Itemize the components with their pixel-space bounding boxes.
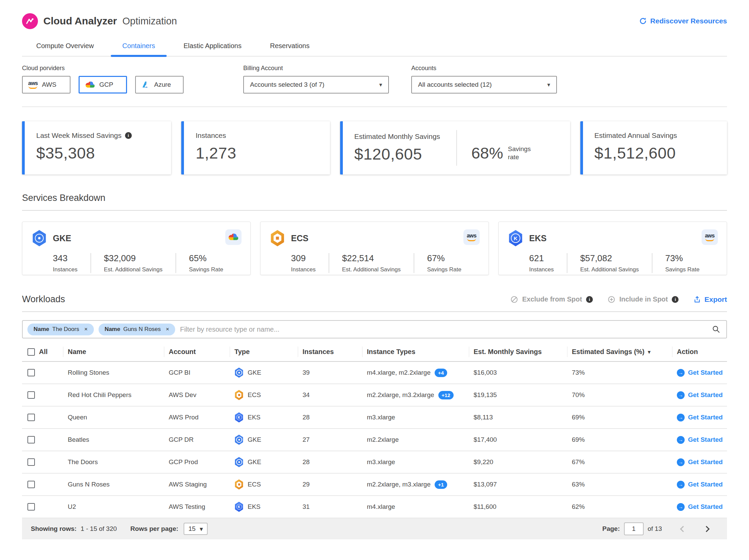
- row-name: Rolling Stones: [68, 369, 169, 376]
- tab-containers[interactable]: Containers: [108, 37, 169, 56]
- get-started-button[interactable]: → Get Started: [677, 436, 723, 444]
- table-row: Rolling Stones GCP BI GKE 39 m4.xlarge, …: [22, 362, 727, 384]
- row-checkbox[interactable]: [27, 436, 35, 443]
- row-type: GKE: [248, 436, 261, 443]
- service-card-ecs: ECS aws 309 Instances $22,514 Est. Addit…: [260, 222, 489, 275]
- row-name: Queen: [68, 414, 169, 421]
- row-instance-types: m2.2xlarge: [367, 436, 399, 443]
- tab-reservations[interactable]: Reservations: [256, 37, 324, 56]
- rediscover-resources-button[interactable]: Rediscover Resources: [639, 17, 727, 25]
- get-started-button[interactable]: → Get Started: [677, 391, 723, 399]
- slash-circle-icon: [511, 296, 518, 303]
- info-icon[interactable]: [672, 296, 679, 303]
- service-savings-label: Est. Additional Savings: [104, 266, 163, 273]
- col-estimated-savings-sort[interactable]: Estimated Savings (%) ▾: [572, 344, 677, 361]
- tab-elastic-applications[interactable]: Elastic Applications: [169, 37, 256, 56]
- row-account: GCP Prod: [169, 458, 234, 466]
- row-instance-types: m4.xlarge: [367, 503, 395, 511]
- next-page-button[interactable]: [703, 526, 709, 532]
- row-checkbox[interactable]: [27, 503, 35, 511]
- row-account: GCP BI: [169, 369, 234, 376]
- row-instances: 39: [303, 369, 367, 376]
- instances-value: 1,273: [195, 144, 318, 162]
- row-account: AWS Staging: [169, 481, 234, 488]
- export-label: Export: [704, 295, 727, 304]
- filter-chip-guns-n-roses[interactable]: Name Guns N Roses ×: [99, 324, 175, 335]
- tab-compute-overview[interactable]: Compute Overview: [22, 37, 108, 56]
- include-in-spot-button[interactable]: Include in Spot: [608, 295, 679, 303]
- savings-rate-value: 68%: [471, 144, 503, 162]
- info-icon[interactable]: [586, 296, 593, 303]
- get-started-button[interactable]: → Get Started: [677, 414, 723, 421]
- accounts-dropdown[interactable]: All accounts selected (12) ▾: [411, 76, 557, 94]
- page-title: Optimization: [122, 16, 177, 27]
- row-account: AWS Testing: [169, 503, 234, 511]
- previous-page-button[interactable]: [680, 526, 686, 532]
- ecs-icon: [234, 479, 244, 490]
- chevron-down-icon: ▾: [547, 81, 550, 88]
- missed-savings-value: $35,308: [36, 144, 160, 162]
- get-started-button[interactable]: → Get Started: [677, 481, 723, 489]
- accounts-label: Accounts: [411, 65, 557, 72]
- gcp-provider-badge: [225, 229, 242, 245]
- more-types-badge[interactable]: +12: [438, 391, 454, 399]
- chip-value: The Doors: [52, 326, 79, 333]
- exclude-from-spot-button[interactable]: Exclude from Spot: [511, 295, 593, 303]
- table-row: Red Hot Chili Peppers AWS Dev ECS 34 m2.…: [22, 384, 727, 407]
- tab-bar: Compute Overview Containers Elastic Appl…: [22, 37, 727, 57]
- provider-button-aws[interactable]: aws AWS: [22, 76, 70, 94]
- arrow-right-icon: →: [677, 369, 685, 377]
- table-row: Guns N Roses AWS Staging ECS 29 m2.2xlar…: [22, 474, 727, 496]
- search-icon[interactable]: [712, 325, 720, 333]
- more-types-badge[interactable]: +4: [435, 369, 447, 377]
- row-checkbox[interactable]: [27, 481, 35, 488]
- service-savings-value: $57,082: [580, 253, 639, 264]
- gke-icon: [234, 457, 244, 467]
- row-checkbox[interactable]: [27, 414, 35, 421]
- aws-provider-badge: aws: [463, 229, 480, 245]
- filter-input[interactable]: [180, 326, 707, 333]
- workloads-title: Workloads: [22, 294, 65, 305]
- provider-label: GCP: [99, 81, 113, 88]
- filter-chip-the-doors[interactable]: Name The Doors ×: [27, 324, 94, 335]
- close-icon[interactable]: ×: [166, 326, 169, 333]
- monthly-savings-label: Estimated Monthly Savings: [354, 132, 440, 141]
- row-type: ECS: [248, 391, 261, 399]
- close-icon[interactable]: ×: [84, 326, 88, 333]
- more-types-badge[interactable]: +1: [435, 480, 447, 489]
- service-rate-value: 73%: [665, 253, 700, 264]
- eks-icon: [234, 412, 244, 422]
- page-input[interactable]: [624, 522, 644, 535]
- rows-per-page-select[interactable]: 15 ▾: [184, 523, 208, 535]
- billing-account-dropdown[interactable]: Accounts selected 3 (of 7) ▾: [243, 76, 389, 94]
- service-name: EKS: [529, 233, 546, 243]
- provider-button-azure[interactable]: Azure: [135, 76, 184, 94]
- get-started-button[interactable]: → Get Started: [677, 503, 723, 511]
- row-name: U2: [68, 503, 169, 511]
- refresh-icon: [639, 17, 647, 25]
- export-button[interactable]: Export: [693, 295, 727, 304]
- info-icon[interactable]: [125, 132, 132, 139]
- row-instance-types: m2.2xlarge, m3.2xlarge: [367, 391, 434, 399]
- service-instances-label: Instances: [53, 266, 78, 273]
- get-started-button[interactable]: → Get Started: [677, 369, 723, 377]
- ecs-icon: [270, 230, 285, 246]
- row-checkbox[interactable]: [27, 391, 35, 399]
- row-account: AWS Prod: [169, 414, 234, 421]
- select-all-checkbox[interactable]: [27, 348, 35, 356]
- billing-account-label: Billing Account: [243, 65, 389, 72]
- workloads-filter-bar: Name The Doors × Name Guns N Roses ×: [22, 320, 727, 338]
- row-checkbox[interactable]: [27, 369, 35, 376]
- provider-button-gcp[interactable]: GCP: [79, 76, 127, 94]
- row-instances: 34: [303, 391, 367, 399]
- row-savings-pct: 69%: [572, 436, 677, 443]
- billing-account-value: Accounts selected 3 (of 7): [250, 81, 325, 88]
- aws-logo-icon: aws: [28, 81, 38, 89]
- get-started-button[interactable]: → Get Started: [677, 458, 723, 466]
- table-footer: Showing rows: 1 - 15 of 320 Rows per pag…: [22, 518, 727, 539]
- page-label: Page:: [602, 525, 620, 533]
- row-checkbox[interactable]: [27, 458, 35, 466]
- row-instance-types: m3.xlarge: [367, 458, 395, 466]
- row-instances: 27: [303, 436, 367, 443]
- row-instance-types: m3.xlarge: [367, 414, 395, 421]
